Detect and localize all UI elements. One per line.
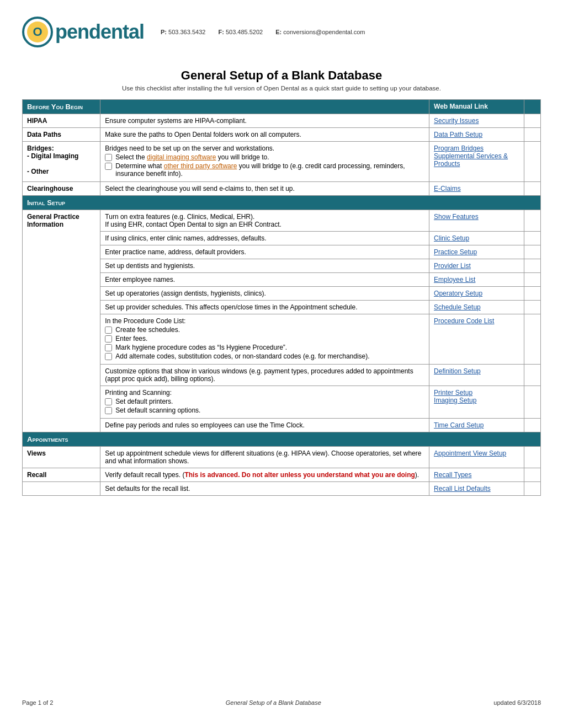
- table-row: Bridges: - Digital Imaging - Other Bridg…: [23, 142, 541, 182]
- proc-text-4: Add alternate codes, substitution codes,…: [115, 352, 369, 360]
- logo-o-letter: O: [33, 25, 42, 39]
- table-row: Data Paths Make sure the paths to Open D…: [23, 128, 541, 142]
- main-table: Before You Begin Web Manual Link HIPAA E…: [22, 99, 541, 496]
- supplemental-services-link[interactable]: Supplemental Services & Products: [434, 152, 508, 168]
- bridge-text-1: Select the digital imaging software you …: [115, 153, 269, 161]
- page: O pendental P: 503.363.5432 F: 503.485.5…: [0, 0, 563, 728]
- provider-list-check: [524, 259, 540, 273]
- table-row: Set defaults for the recall list. Recall…: [23, 482, 541, 496]
- clearinghouse-desc: Select the clearinghouse you will send e…: [100, 182, 429, 196]
- col-header-row: Before You Begin Web Manual Link: [23, 100, 541, 114]
- show-features-check: [524, 210, 540, 232]
- imaging-setup-link[interactable]: Imaging Setup: [434, 397, 476, 404]
- table-row: Customize options that show in various w…: [23, 365, 541, 386]
- views-label: Views: [23, 447, 100, 468]
- recall-list-desc: Set defaults for the recall list.: [100, 482, 429, 496]
- employee-list-check: [524, 273, 540, 287]
- footer-center: General Setup of a Blank Database: [53, 699, 493, 706]
- definition-setup-check: [524, 365, 540, 386]
- schedule-setup-link[interactable]: Schedule Setup: [434, 303, 481, 311]
- footer: Page 1 of 2 General Setup of a Blank Dat…: [22, 688, 541, 706]
- employee-list-desc: Enter employee names.: [100, 273, 429, 287]
- print-checkbox-input-1[interactable]: [105, 398, 112, 405]
- proc-checkbox-1: Create fee schedules.: [105, 326, 424, 334]
- proc-text-2: Enter fees.: [115, 335, 147, 342]
- show-features-link[interactable]: Show Features: [434, 213, 479, 221]
- recall-check-1: [524, 468, 540, 482]
- clinic-setup-link-cell: Clinic Setup: [429, 232, 524, 245]
- email-address: conversions@opendental.com: [283, 29, 365, 35]
- table-row: If using clinics, enter clinic names, ad…: [23, 232, 541, 245]
- security-issues-link[interactable]: Security Issues: [434, 117, 479, 125]
- schedule-setup-desc: Set up provider schedules. This affects …: [100, 301, 429, 314]
- procedure-code-list-link[interactable]: Procedure Code List: [434, 317, 494, 325]
- time-card-setup-link[interactable]: Time Card Setup: [434, 421, 484, 429]
- data-paths-check: [524, 128, 540, 142]
- practice-setup-desc: Enter practice name, address, default pr…: [100, 245, 429, 259]
- proc-checkbox-4: Add alternate codes, substitution codes,…: [105, 352, 424, 360]
- other-third-party-link[interactable]: other third party software: [164, 162, 237, 170]
- hipaa-desc: Ensure computer systems are HIPAA-compli…: [100, 114, 429, 128]
- views-check: [524, 447, 540, 468]
- proc-checkbox-input-1[interactable]: [105, 326, 112, 334]
- procedure-code-desc: In the Procedure Code List: Create fee s…: [100, 314, 429, 365]
- phone-label: P: 503.363.5432: [161, 29, 211, 35]
- print-text-2: Set default scanning options.: [115, 406, 200, 414]
- show-features-link-cell: Show Features: [429, 210, 524, 232]
- clinic-setup-link[interactable]: Clinic Setup: [434, 234, 469, 242]
- procedure-code-link-cell: Procedure Code List: [429, 314, 524, 365]
- printing-link-cell: Printer Setup Imaging Setup: [429, 386, 524, 419]
- definition-setup-link[interactable]: Definition Setup: [434, 367, 481, 375]
- table-row: Set up provider schedules. This affects …: [23, 301, 541, 314]
- bridge-checkbox-1: Select the digital imaging software you …: [105, 153, 424, 161]
- printer-setup-link[interactable]: Printer Setup: [434, 389, 472, 397]
- bridge-text-2: Determine what other third party softwar…: [115, 162, 424, 178]
- recall-link-cell: Recall Types: [429, 468, 524, 482]
- eclaims-link[interactable]: E-Claims: [434, 185, 461, 192]
- employee-list-link-cell: Employee List: [429, 273, 524, 287]
- initial-setup-label: Initial Setup: [23, 196, 541, 210]
- recall-types-link[interactable]: Recall Types: [434, 471, 471, 479]
- clinic-setup-desc: If using clinics, enter clinic names, ad…: [100, 232, 429, 245]
- bridge-checkbox-input-2[interactable]: [105, 163, 112, 170]
- table-row: General Practice Information Turn on ext…: [23, 210, 541, 232]
- views-desc: Set up appointment schedule views for di…: [100, 447, 429, 468]
- schedule-setup-link-cell: Schedule Setup: [429, 301, 524, 314]
- proc-checkbox-input-4[interactable]: [105, 353, 112, 360]
- bridges-label: Bridges: - Digital Imaging - Other: [23, 142, 100, 182]
- printing-scanning-desc: Printing and Scanning: Set default print…: [100, 386, 429, 419]
- page-title-section: General Setup of a Blank Database Use th…: [22, 68, 541, 92]
- proc-checkbox-2: Enter fees.: [105, 335, 424, 342]
- bridge-checkbox-input-1[interactable]: [105, 154, 112, 161]
- time-card-desc: Define pay periods and rules so employee…: [100, 419, 429, 432]
- appointment-view-setup-link[interactable]: Appointment View Setup: [434, 449, 506, 457]
- data-path-setup-link[interactable]: Data Path Setup: [434, 131, 482, 138]
- table-row: Define pay periods and rules so employee…: [23, 419, 541, 432]
- recall-list-link-cell: Recall List Defaults: [429, 482, 524, 496]
- logo-circle-inner: O: [27, 22, 48, 42]
- program-bridges-link[interactable]: Program Bridges: [434, 144, 484, 152]
- hipaa-link-cell: Security Issues: [429, 114, 524, 128]
- page-subtitle: Use this checklist after installing the …: [22, 85, 541, 92]
- print-checkbox-input-2[interactable]: [105, 407, 112, 414]
- proc-checkbox-input-3[interactable]: [105, 344, 112, 351]
- col-header-3: Web Manual Link: [429, 100, 524, 114]
- procedure-code-check: [524, 314, 540, 365]
- clinic-setup-check: [524, 232, 540, 245]
- definition-setup-desc: Customize options that show in various w…: [100, 365, 429, 386]
- provider-list-link-cell: Provider List: [429, 259, 524, 273]
- provider-list-link[interactable]: Provider List: [434, 262, 471, 270]
- proc-checkbox-input-2[interactable]: [105, 335, 112, 342]
- proc-text-3: Mark hygiene procedure codes as “Is Hygi…: [115, 344, 287, 351]
- practice-setup-link[interactable]: Practice Setup: [434, 248, 477, 256]
- recall-list-defaults-link[interactable]: Recall List Defaults: [434, 485, 491, 493]
- hipaa-label: HIPAA: [23, 114, 100, 128]
- table-row: HIPAA Ensure computer systems are HIPAA-…: [23, 114, 541, 128]
- employee-list-link[interactable]: Employee List: [434, 276, 475, 283]
- digital-imaging-link[interactable]: digital imaging software: [147, 153, 216, 161]
- operatory-setup-link[interactable]: Operatory Setup: [434, 290, 482, 297]
- table-row: Enter employee names. Employee List: [23, 273, 541, 287]
- col-header-2: [100, 100, 429, 114]
- table-row: Clearinghouse Select the clearinghouse y…: [23, 182, 541, 196]
- footer-updated: updated 6/3/2018: [493, 699, 541, 706]
